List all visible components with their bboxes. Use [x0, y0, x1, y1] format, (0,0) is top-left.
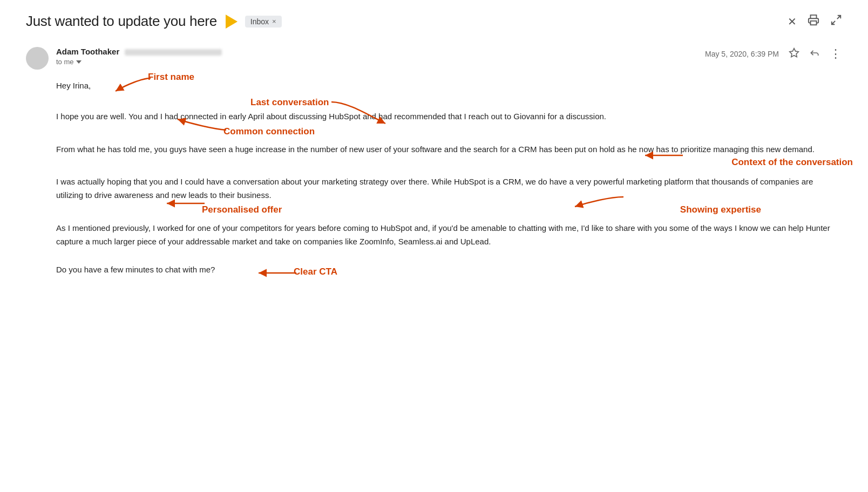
para5-section: Do you have a few minutes to chat with m… [56, 263, 842, 277]
email-meta-right: May 5, 2020, 6:39 PM ⋮ [705, 47, 842, 61]
sender-name: Adam Toothaker [56, 47, 119, 56]
to-me[interactable]: to me [56, 58, 222, 66]
title-bar: Just wanted to update you here Inbox × ✕ [26, 13, 842, 34]
first-name-annotation: First name [148, 70, 194, 85]
personalised-offer-arrow [164, 195, 207, 212]
more-options-icon[interactable]: ⋮ [830, 47, 842, 61]
showing-expertise-arrow [572, 192, 626, 210]
email-header: Adam Toothaker to me May 5, 2020, 6:39 P… [26, 47, 842, 70]
svg-marker-3 [790, 48, 799, 57]
personalised-offer-annotation: Personalised offer [202, 202, 282, 217]
email-container: Just wanted to update you here Inbox × ✕ [0, 0, 868, 305]
inbox-label: Inbox [250, 17, 269, 26]
star-icon[interactable] [789, 47, 799, 61]
para1-section: I hope you are well. You and I had conne… [56, 110, 842, 124]
showing-expertise-annotation: Showing expertise [680, 202, 761, 217]
clear-cta-arrow [256, 268, 299, 278]
clear-cta-annotation: Clear CTA [294, 264, 337, 279]
chevron-down-icon[interactable] [76, 60, 82, 64]
email-subject: Just wanted to update you here [26, 13, 217, 30]
para2-section: From what he has told me, you guys have … [56, 143, 842, 156]
title-right: ✕ [788, 14, 842, 29]
inbox-close-icon[interactable]: × [272, 17, 276, 25]
common-connection-annotation: Common connection [223, 124, 315, 139]
forward-icon [226, 15, 238, 29]
svg-rect-0 [811, 21, 817, 25]
sender-details: Adam Toothaker to me [56, 47, 222, 66]
para5-text: Do you have a few minutes to chat with m… [56, 263, 842, 277]
para1-text: I hope you are well. You and I had conne… [56, 110, 842, 124]
print-icon[interactable] [808, 14, 819, 29]
expand-icon[interactable] [830, 14, 842, 29]
sender-email-blurred [125, 49, 222, 56]
greeting-section: Hey Irina, First name [56, 79, 842, 93]
para2-text: From what he has told me, you guys have … [56, 143, 842, 156]
last-conversation-arrow [326, 99, 391, 126]
svg-line-1 [837, 16, 840, 19]
sender-name-row: Adam Toothaker [56, 47, 222, 56]
last-conversation-annotation: Last conversation [250, 95, 329, 110]
sender-info: Adam Toothaker to me [26, 47, 222, 70]
inbox-badge[interactable]: Inbox × [245, 16, 282, 28]
to-me-label: to me [56, 58, 74, 66]
title-left: Just wanted to update you here Inbox × [26, 13, 282, 30]
reply-icon[interactable] [809, 47, 820, 61]
para3-section: I was actually hoping that you and I cou… [56, 175, 842, 202]
close-icon[interactable]: ✕ [788, 15, 797, 28]
context-arrow [642, 147, 686, 163]
svg-line-2 [832, 21, 835, 24]
para4-section: As I mentioned previously, I worked for … [56, 222, 842, 249]
avatar [26, 47, 49, 70]
email-body: Hey Irina, First name I hope you are wel… [26, 79, 842, 277]
context-annotation: Context of the conversation [731, 155, 853, 170]
para4-text: As I mentioned previously, I worked for … [56, 222, 842, 249]
email-date: May 5, 2020, 6:39 PM [705, 50, 779, 58]
common-connection-arrow [175, 114, 229, 135]
